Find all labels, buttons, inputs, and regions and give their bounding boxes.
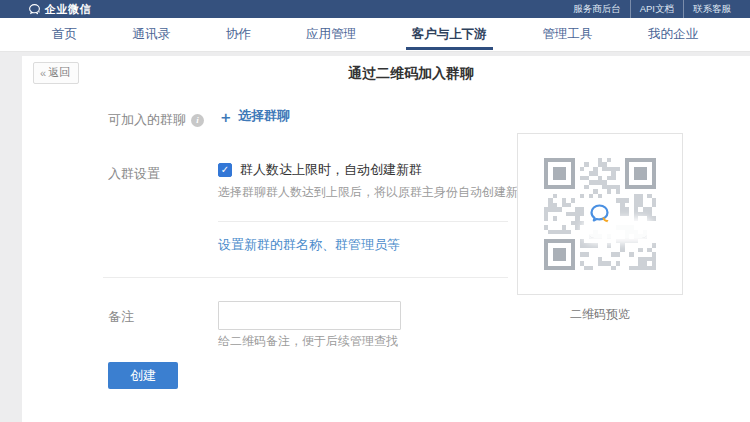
join-settings-label-text: 入群设置 <box>108 165 160 183</box>
join-settings-label: 入群设置 <box>108 165 160 183</box>
nav-item-home[interactable]: 首页 <box>48 18 81 51</box>
app-logo[interactable]: 企业微信 <box>28 2 91 17</box>
divider <box>103 277 508 278</box>
info-icon[interactable]: i <box>191 114 204 127</box>
qr-code-image <box>544 158 656 270</box>
qr-center-logo-icon <box>585 199 615 229</box>
nav-item-apps[interactable]: 应用管理 <box>302 18 360 51</box>
topbar: 企业微信 服务商后台 API文档 联系客服 <box>0 0 750 18</box>
main-nav: 首页 通讯录 协作 应用管理 客户与上下游 管理工具 我的企业 <box>0 18 750 52</box>
nav-item-admin-tools[interactable]: 管理工具 <box>538 18 596 51</box>
choose-group-link-label: 选择群聊 <box>238 107 290 125</box>
joinable-groups-label: 可加入的群聊 i <box>108 111 204 129</box>
wechat-work-bubble-icon <box>28 3 41 16</box>
app-logo-text: 企业微信 <box>45 2 91 17</box>
nav-item-contacts[interactable]: 通讯录 <box>129 18 175 51</box>
nav-item-my-company[interactable]: 我的企业 <box>644 18 702 51</box>
remark-label-text: 备注 <box>108 308 134 326</box>
new-group-settings-link[interactable]: 设置新群的群名称、群管理员等 <box>218 236 400 254</box>
provider-console-link[interactable]: 服务商后台 <box>564 0 630 18</box>
topbar-links: 服务商后台 API文档 联系客服 <box>564 0 740 18</box>
content-panel: « 返回 通过二维码加入群聊 可加入的群聊 i ＋ 选择群聊 入群设置 ✓ 群人… <box>22 56 750 422</box>
remark-helper-text: 给二维码备注，便于后续管理查找 <box>218 333 398 350</box>
create-button[interactable]: 创建 <box>108 362 178 389</box>
auto-create-checkbox-label: 群人数达上限时，自动创建新群 <box>240 161 422 179</box>
api-docs-link[interactable]: API文档 <box>630 0 683 18</box>
nav-item-customers[interactable]: 客户与上下游 <box>408 18 491 51</box>
qr-caption: 二维码预览 <box>517 306 683 323</box>
join-settings-helper-text: 选择群聊群人数达到上限后，将以原群主身份自动创建新群 <box>218 184 530 201</box>
choose-group-link[interactable]: ＋ 选择群聊 <box>218 107 290 125</box>
page-title: 通过二维码加入群聊 <box>72 65 750 83</box>
nav-item-collaboration[interactable]: 协作 <box>222 18 255 51</box>
plus-icon: ＋ <box>218 109 233 124</box>
contact-support-link[interactable]: 联系客服 <box>683 0 740 18</box>
auto-create-checkbox-row[interactable]: ✓ 群人数达上限时，自动创建新群 <box>218 161 422 179</box>
remark-label: 备注 <box>108 308 134 326</box>
back-arrows-icon: « <box>40 67 46 79</box>
check-icon: ✓ <box>221 165 229 175</box>
joinable-groups-label-text: 可加入的群聊 <box>108 111 186 129</box>
divider <box>218 221 508 222</box>
qr-preview-box <box>517 133 683 295</box>
back-button-label: 返回 <box>48 65 70 80</box>
auto-create-checkbox[interactable]: ✓ <box>218 163 232 177</box>
remark-input[interactable] <box>218 301 401 330</box>
